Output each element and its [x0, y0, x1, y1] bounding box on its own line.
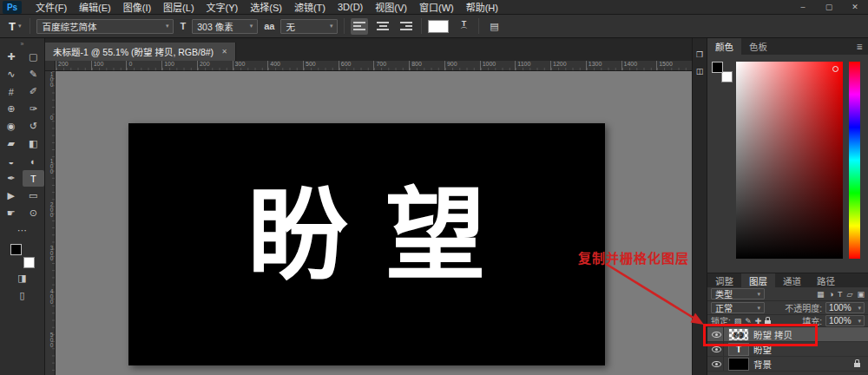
saturation-brightness-field[interactable]	[736, 62, 843, 259]
anti-alias-select[interactable]: 无 ▾	[280, 19, 338, 34]
layer-row-background[interactable]: 背景	[707, 357, 868, 372]
hue-slider[interactable]	[849, 62, 860, 259]
foreground-color-swatch[interactable]	[712, 62, 723, 73]
warp-text-button[interactable]: T ⌒	[455, 18, 472, 35]
color-swatches	[10, 243, 36, 269]
quick-selection-tool[interactable]: ✎	[23, 66, 45, 82]
background-color-swatch[interactable]	[23, 257, 35, 268]
gradient-tool[interactable]: ◧	[23, 135, 45, 152]
align-center-icon	[377, 22, 389, 30]
menu-filter[interactable]: 滤镜(T)	[288, 0, 332, 14]
ruler-label: 300	[46, 245, 55, 288]
rectangular-marquee-tool[interactable]: ▢	[23, 49, 45, 65]
color-marker[interactable]	[832, 66, 838, 72]
ruler-corner[interactable]	[45, 61, 56, 71]
filter-shape-layers-icon[interactable]: ▱	[847, 290, 853, 299]
ruler-label: 800	[409, 61, 444, 70]
tab-layers[interactable]: 图层	[741, 273, 775, 287]
toggle-panels-button[interactable]: ▤	[485, 18, 503, 35]
history-brush-tool[interactable]: ↺	[23, 118, 45, 135]
menu-edit[interactable]: 编辑(E)	[73, 0, 117, 14]
layer-visibility-toggle[interactable]	[710, 357, 724, 371]
horizontal-type-tool[interactable]: T	[23, 170, 45, 187]
opacity-select[interactable]: 100% ▾	[825, 302, 865, 313]
menu-bar: Ps 文件(F) 编辑(E) 图像(I) 图层(L) 文字(Y) 选择(S) 滤…	[0, 0, 868, 15]
align-left-button[interactable]	[351, 18, 368, 35]
font-family-select[interactable]: 百度综艺简体 ▾	[36, 19, 174, 34]
lasso-tool[interactable]: ∿	[0, 66, 23, 82]
panel-menu-icon[interactable]: ≣	[851, 38, 868, 55]
horizontal-ruler: 200 100 0 100 200 300 400 500 600 700 80…	[56, 61, 692, 71]
font-size-select[interactable]: 303 像素 ▾	[192, 19, 258, 34]
pen-tool[interactable]: ✒	[0, 170, 23, 187]
eraser-tool[interactable]: ▰	[0, 135, 23, 152]
layers-panel-tabs: 调整 图层 通道 路径	[707, 273, 868, 287]
menu-help[interactable]: 帮助(H)	[460, 0, 504, 14]
edit-toolbar-button[interactable]: ⋯	[0, 222, 44, 239]
rectangle-tool[interactable]: ▭	[23, 188, 45, 204]
crop-tool[interactable]: #	[0, 83, 23, 100]
tool-preset-dropdown[interactable]: T ▾	[6, 18, 23, 35]
document-tab[interactable]: 未标题-1 @ 55.1% (盼望 拷贝, RGB/8#) ✕	[45, 43, 236, 61]
font-size-icon: T	[180, 21, 186, 31]
spot-healing-brush-tool[interactable]: ⊕	[0, 101, 23, 117]
close-button[interactable]: ✕	[842, 0, 868, 14]
minimize-button[interactable]: –	[790, 0, 816, 14]
toolbar-collapse-icon[interactable]: »	[0, 40, 44, 48]
move-tool[interactable]: ✚	[0, 49, 23, 65]
ruler-label: 0	[126, 61, 161, 70]
screen-mode-button[interactable]: ▯	[0, 287, 44, 304]
blend-mode-row: 正常 ▾ 不透明度: 100% ▾	[707, 301, 868, 315]
annotation-arrow-icon	[599, 259, 713, 333]
ruler-label: 1200	[550, 61, 586, 70]
document-canvas[interactable]: 盼望	[128, 123, 605, 365]
path-selection-tool[interactable]: ▶	[0, 188, 23, 204]
menu-select[interactable]: 选择(S)	[244, 0, 288, 14]
align-center-button[interactable]	[374, 18, 391, 35]
clone-stamp-tool[interactable]: ◉	[0, 118, 23, 135]
fill-select[interactable]: 100% ▾	[825, 315, 865, 326]
canvas-pasteboard[interactable]: 盼望	[56, 71, 692, 375]
expand-panels-icon[interactable]: ❐	[696, 50, 703, 59]
align-left-icon	[353, 22, 365, 30]
separator	[421, 18, 422, 34]
collapsed-panel-icon[interactable]: ◫	[696, 67, 704, 76]
layer-filter-row: 类型 ▾ ▦ ◑ T ▱ ▣	[707, 287, 868, 301]
dodge-tool[interactable]: ◐	[23, 153, 45, 169]
filter-adjustment-layers-icon[interactable]: ◑	[829, 290, 833, 299]
blend-mode-select[interactable]: 正常 ▾	[711, 302, 765, 313]
blur-tool[interactable]: ◒	[0, 153, 23, 169]
layer-name[interactable]: 背景	[753, 358, 772, 371]
tab-swatches[interactable]: 色板	[741, 38, 775, 55]
opacity-label: 不透明度:	[785, 301, 822, 314]
menu-type[interactable]: 文字(Y)	[201, 0, 245, 14]
filter-type-layers-icon[interactable]: T	[838, 290, 843, 299]
hand-tool[interactable]: ☛	[0, 205, 23, 221]
filter-pixel-layers-icon[interactable]: ▦	[817, 290, 825, 299]
zoom-tool[interactable]: ⊙	[23, 205, 45, 221]
foreground-color-swatch[interactable]	[10, 244, 22, 255]
quick-mask-button[interactable]: ◨	[0, 270, 44, 286]
menu-file[interactable]: 文件(F)	[30, 0, 73, 14]
menu-3d[interactable]: 3D(D)	[332, 2, 369, 12]
menu-window[interactable]: 窗口(W)	[413, 0, 460, 14]
align-right-icon	[400, 22, 412, 30]
menu-layer[interactable]: 图层(L)	[157, 0, 200, 14]
close-tab-icon[interactable]: ✕	[221, 48, 227, 56]
menu-image[interactable]: 图像(I)	[117, 0, 157, 14]
ruler-label: 100	[161, 61, 197, 70]
restore-button[interactable]: ▢	[816, 0, 842, 14]
tab-channels[interactable]: 通道	[775, 273, 809, 287]
tab-color[interactable]: 颜色	[707, 38, 741, 55]
eyedropper-tool[interactable]: ✐	[23, 83, 45, 100]
text-color-swatch[interactable]	[428, 20, 449, 33]
layer-filter-type-select[interactable]: 类型 ▾	[711, 288, 765, 299]
tab-paths[interactable]: 路径	[809, 273, 843, 287]
menu-view[interactable]: 视图(V)	[369, 0, 413, 14]
brush-tool[interactable]: ✑	[23, 101, 45, 117]
ruler-label: 600	[339, 61, 374, 70]
ruler-label: 500	[303, 61, 339, 70]
layer-thumbnail[interactable]	[728, 358, 749, 371]
filter-smart-objects-icon[interactable]: ▣	[857, 290, 865, 299]
align-right-button[interactable]	[398, 18, 415, 35]
